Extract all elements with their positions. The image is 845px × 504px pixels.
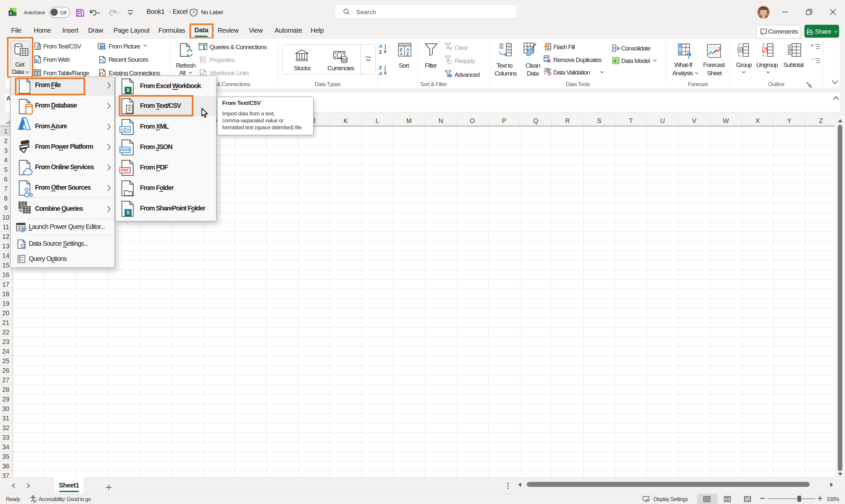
svg-text:A: A bbox=[379, 71, 383, 76]
svg-text:PDF: PDF bbox=[121, 168, 129, 172]
svg-text:Z: Z bbox=[379, 49, 382, 55]
svg-text:JSON: JSON bbox=[120, 148, 130, 152]
svg-text:?: ? bbox=[192, 10, 195, 15]
svg-text:?: ? bbox=[686, 51, 691, 61]
svg-text:<@>: <@> bbox=[121, 127, 129, 132]
svg-text:J: J bbox=[614, 60, 616, 63]
svg-text:Z: Z bbox=[406, 52, 409, 56]
svg-text:A: A bbox=[400, 52, 403, 56]
svg-text:A: A bbox=[379, 43, 383, 49]
svg-text:S: S bbox=[126, 210, 130, 215]
svg-text:X: X bbox=[126, 87, 130, 93]
svg-text:X: X bbox=[9, 11, 12, 16]
svg-text:Z: Z bbox=[379, 65, 382, 70]
